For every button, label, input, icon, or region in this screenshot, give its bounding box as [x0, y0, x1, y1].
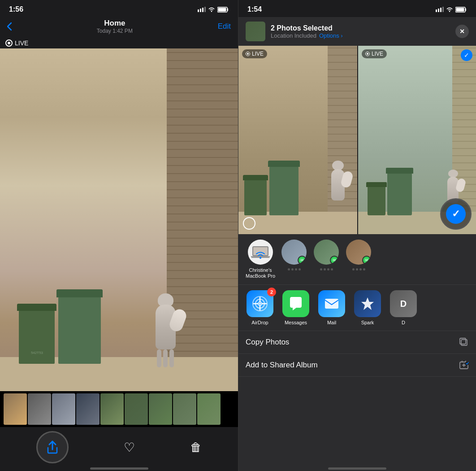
app-mail[interactable]: Mail — [317, 290, 346, 325]
more-app-label: D — [400, 299, 407, 309]
dots-3 — [352, 268, 365, 270]
photo-scene-left: 542T53 — [0, 48, 238, 391]
contact-person-3[interactable]: ✉ — [345, 240, 372, 270]
thumbnail-5[interactable] — [100, 393, 124, 425]
airdrop-badge: 2 — [267, 288, 276, 297]
live-circle-icon — [5, 39, 13, 47]
person3-avatar: ✉ — [346, 240, 371, 265]
wifi-icon-left — [208, 7, 215, 12]
svg-rect-0 — [198, 9, 199, 12]
share-apps-row: 2 AirDrop Message — [238, 284, 476, 331]
status-icons-left — [198, 7, 229, 13]
spark-label: Spark — [361, 320, 374, 325]
svg-rect-7 — [436, 9, 437, 12]
app-messages[interactable]: Messages — [281, 290, 310, 325]
contact-person-1[interactable]: ✉ — [281, 240, 307, 270]
mail-label: Mail — [327, 320, 336, 325]
selection-circle-1[interactable] — [243, 217, 255, 230]
live-badge-photo2: LIVE — [362, 49, 387, 58]
svg-rect-1 — [200, 9, 201, 12]
live-badge-left: LIVE — [0, 38, 238, 48]
thumbnail-9[interactable] — [197, 393, 221, 425]
thumbnail-1[interactable] — [4, 393, 27, 425]
status-time-left: 1:56 — [9, 5, 23, 13]
copy-photos-action[interactable]: Copy Photos — [238, 331, 476, 354]
more-label: D — [402, 320, 405, 325]
contact-person-2[interactable]: ✉ — [313, 240, 340, 270]
checkmark-icon: ✓ — [446, 204, 466, 224]
dog-tail — [168, 307, 188, 333]
wifi-icon-right — [446, 7, 453, 12]
svg-rect-6 — [218, 8, 226, 11]
app-more[interactable]: D D — [389, 290, 418, 325]
thumbnail-8[interactable] — [173, 393, 196, 425]
heart-button[interactable]: ♡ — [124, 440, 135, 455]
mail-icon — [318, 290, 345, 317]
battery-icon-right — [455, 7, 467, 13]
app-spark[interactable]: Spark — [353, 290, 382, 325]
back-button-left[interactable] — [7, 22, 12, 31]
status-bar-left: 1:56 — [0, 0, 238, 17]
partial-check-right: ✓ — [461, 49, 472, 61]
nav-title-left: Home Today 1:42 PM — [97, 19, 133, 34]
airdrop-label: AirDrop — [251, 320, 268, 325]
dog-legs — [157, 349, 174, 367]
share-info: 2 Photos Selected Location Included Opti… — [271, 24, 450, 39]
close-button[interactable]: ✕ — [455, 25, 469, 38]
live-badge-photo1: LIVE — [242, 49, 267, 58]
svg-point-14 — [260, 257, 261, 259]
trash-bins-left: 542T53 — [19, 297, 101, 364]
people-strip: Christine'sMacBook Pro ✉ ✉ — [238, 234, 476, 284]
copy-photos-label: Copy Photos — [246, 338, 289, 347]
add-shared-album-label: Add to Shared Album — [246, 361, 318, 370]
svg-rect-20 — [461, 340, 467, 345]
svg-point-18 — [259, 303, 261, 305]
selection-circle-checked[interactable]: ✓ — [440, 198, 472, 230]
dots-2 — [320, 268, 333, 270]
bins-photo3 — [368, 173, 412, 215]
messages-label: Messages — [285, 320, 307, 325]
delete-button[interactable]: 🗑 — [190, 440, 202, 454]
svg-rect-10 — [442, 7, 444, 12]
nav-title-text: Home — [97, 19, 133, 28]
thumbnail-3[interactable] — [52, 393, 75, 425]
svg-rect-3 — [204, 7, 206, 12]
share-title: 2 Photos Selected — [271, 24, 450, 32]
share-actions: Copy Photos Add to Shared Album — [238, 331, 476, 467]
svg-rect-21 — [460, 338, 466, 344]
dog-silhouette-left — [145, 293, 186, 374]
more-app-icon: D — [390, 290, 417, 317]
share-options-link[interactable]: Options › — [319, 32, 343, 39]
live-label-left: LIVE — [15, 39, 28, 47]
messages-badge-2: ✉ — [330, 256, 339, 265]
thumbnail-2[interactable] — [28, 393, 51, 425]
share-subtitle-row: Location Included Options › — [271, 32, 450, 39]
edit-button[interactable]: Edit — [218, 22, 231, 31]
airdrop-device-macbook[interactable]: Christine'sMacBook Pro — [246, 240, 275, 279]
photo-selected-2[interactable]: LIVE ✓ ✓ — [357, 46, 476, 234]
battery-icon-left — [217, 7, 229, 13]
thumbnail-strip[interactable] — [0, 391, 238, 427]
share-button[interactable] — [36, 431, 69, 463]
spark-icon — [354, 290, 381, 317]
dog-photo2 — [325, 161, 351, 219]
photo-selected-1[interactable]: LIVE — [238, 46, 357, 234]
thumbnail-4[interactable] — [76, 393, 100, 425]
thumbnail-7[interactable] — [149, 393, 172, 425]
share-thumbnail — [246, 22, 265, 41]
nav-bar-left: Home Today 1:42 PM Edit — [0, 17, 238, 38]
svg-rect-19 — [325, 299, 338, 309]
svg-point-4 — [211, 11, 212, 12]
main-photo-left[interactable]: 542T53 — [0, 48, 238, 391]
status-time-right: 1:54 — [247, 5, 262, 13]
messages-badge-3: ✉ — [362, 256, 371, 265]
share-location-label: Location Included — [271, 32, 316, 39]
phone-right: 1:54 2 Photos Selected — [238, 0, 476, 471]
thumbnail-6[interactable] — [125, 393, 148, 425]
nav-subtitle: Today 1:42 PM — [97, 28, 133, 34]
add-shared-album-action[interactable]: Add to Shared Album — [238, 354, 476, 377]
svg-rect-8 — [438, 9, 439, 12]
app-airdrop[interactable]: 2 AirDrop — [246, 290, 274, 325]
status-bar-right: 1:54 — [238, 0, 476, 17]
bin-number: 542T53 — [31, 351, 43, 355]
